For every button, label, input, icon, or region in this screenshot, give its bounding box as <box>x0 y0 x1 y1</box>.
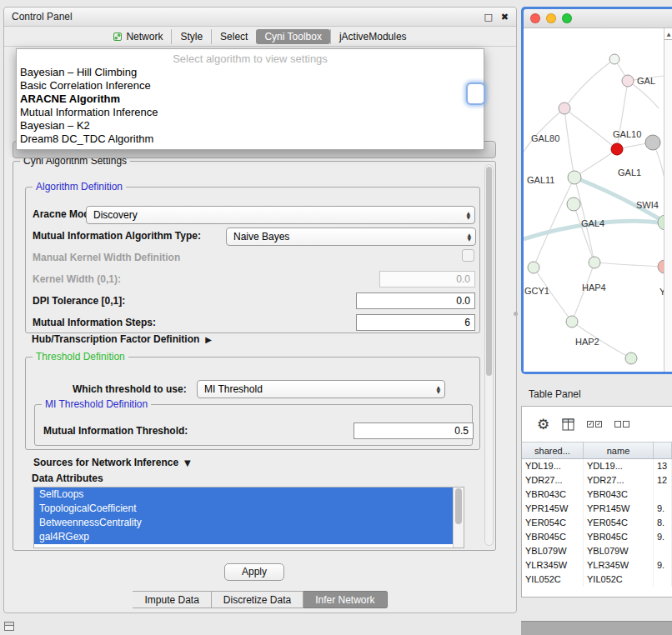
network-node[interactable] <box>625 352 637 364</box>
column-header-extra[interactable] <box>654 442 672 458</box>
kernel-width-field: 0.0 <box>379 271 475 288</box>
which-threshold-select[interactable]: MI Threshold ▲▼ <box>197 380 445 398</box>
network-edge[interactable] <box>534 178 574 268</box>
close-traffic-light[interactable] <box>530 13 540 23</box>
gear-icon[interactable]: ⚙ <box>537 416 549 432</box>
network-window-titlebar <box>524 9 672 28</box>
table-row[interactable]: YDR27... YDR27... 12 <box>522 473 672 488</box>
network-node[interactable] <box>609 54 619 64</box>
close-icon[interactable]: ✖ <box>501 12 509 22</box>
list-scrollbar[interactable] <box>453 488 464 548</box>
tab-label: Network <box>126 31 163 42</box>
aracne-mode-select[interactable]: Discovery ▲▼ <box>86 206 475 224</box>
select-all-icon[interactable]: ✓✓ <box>587 421 602 428</box>
hub-expander-label: Hub/Transcription Factor Definition <box>32 333 199 345</box>
network-edge[interactable] <box>564 108 617 149</box>
mi-threshold-group: MI Threshold Definition Mutual Informati… <box>34 404 473 446</box>
tab[interactable]: jActiveModules <box>330 29 415 44</box>
list-scrollbar-thumb[interactable] <box>455 488 462 524</box>
scroll-up-button[interactable]: ▲ <box>664 28 672 40</box>
network-scrollbar[interactable]: ▲ <box>664 28 672 372</box>
cell-shared-name: YPR145W <box>522 502 584 516</box>
mi-type-value: Naive Bayes <box>233 231 289 242</box>
tab-label: Cyni Toolbox <box>264 31 321 42</box>
algorithm-menu-item[interactable]: Bayesian – Hill Climbing <box>17 66 484 79</box>
algorithm-menu-item[interactable]: Mutual Information Inference <box>17 106 484 119</box>
table-row[interactable]: YBR045C YBR045C 9. <box>522 530 672 544</box>
cell-name: YDR27... <box>584 473 654 488</box>
deselect-all-icon[interactable] <box>614 421 629 428</box>
algorithm-menu-item[interactable]: ARACNE Algorithm <box>17 92 484 106</box>
network-node[interactable] <box>528 262 539 273</box>
attribute-item[interactable]: BetweennessCentrality <box>34 516 453 530</box>
dpi-tolerance-field[interactable]: 0.0 <box>356 292 475 309</box>
network-edge[interactable] <box>594 262 664 267</box>
mi-threshold-group-title: MI Threshold Definition <box>42 398 151 410</box>
cell-name: YER054C <box>584 516 654 530</box>
mi-threshold-field[interactable]: 0.5 <box>354 422 474 439</box>
tab[interactable]: Style <box>171 29 211 44</box>
table-row[interactable]: YDL19... YDL19... 13 <box>522 459 672 473</box>
table-row[interactable]: YLR345W YLR345W 9. <box>522 558 672 572</box>
sources-expander[interactable]: Sources for Network Inference ▼ <box>33 457 191 468</box>
algorithm-menu-item[interactable]: Basic Correlation Inference <box>17 79 484 92</box>
table-panel-title: Table Panel <box>529 388 581 400</box>
apply-button[interactable]: Apply <box>224 563 284 581</box>
zoom-traffic-light[interactable] <box>562 13 572 23</box>
column-selector-icon[interactable] <box>562 418 574 431</box>
network-node[interactable] <box>622 75 634 87</box>
network-node[interactable] <box>611 143 623 155</box>
panel-dock-icon[interactable] <box>4 622 14 631</box>
network-edge[interactable] <box>564 108 574 178</box>
attribute-item[interactable]: SelfLoops <box>34 488 453 502</box>
bottom-tab[interactable]: Impute Data <box>133 591 211 608</box>
mi-type-select[interactable]: Naive Bayes ▲▼ <box>226 228 476 246</box>
network-node[interactable] <box>568 171 581 184</box>
network-edge[interactable] <box>574 149 617 178</box>
tab[interactable]: Cyni Toolbox <box>256 29 329 44</box>
cell-name: YLR345W <box>584 558 654 572</box>
panel-resize-handle[interactable] <box>514 312 518 316</box>
network-edge[interactable] <box>564 59 614 108</box>
table-row[interactable]: YBL079W YBL079W <box>522 544 672 558</box>
float-window-icon[interactable]: □ <box>484 12 492 22</box>
bottom-tab[interactable]: Infer Network <box>303 591 387 608</box>
window-title: Control Panel <box>12 11 73 22</box>
tab[interactable]: Network <box>105 29 171 44</box>
network-edge[interactable] <box>524 108 564 152</box>
algorithm-menu-item[interactable]: Bayesian – K2 <box>17 119 484 132</box>
column-header-shared-name[interactable]: shared... <box>522 442 584 458</box>
cell-shared-name: YBR045C <box>522 530 584 544</box>
algorithm-menu-item[interactable]: Dream8 DC_TDC Algorithm <box>17 132 484 146</box>
bottom-tab[interactable]: Discretize Data <box>212 591 303 608</box>
settings-scrollbar[interactable] <box>484 164 494 546</box>
minimize-traffic-light[interactable] <box>546 13 556 23</box>
table-row[interactable]: YBR043C YBR043C <box>522 488 672 502</box>
hub-expander[interactable]: Hub/Transcription Factor Definition ▶ <box>32 333 212 345</box>
mi-steps-field[interactable]: 6 <box>356 314 475 331</box>
network-node[interactable] <box>589 257 600 268</box>
network-node-label: GAL10 <box>613 129 641 139</box>
network-node[interactable] <box>567 198 580 211</box>
table-row[interactable]: YER054C YER054C 8. <box>522 516 672 530</box>
table-row[interactable]: YIL052C YIL052C <box>522 572 672 587</box>
attribute-item[interactable]: TopologicalCoefficient <box>34 502 453 516</box>
network-graph[interactable]: GALGAL80GAL10GAL11GAL1SWI4GAL4GCY1HAP4HA… <box>524 28 664 372</box>
dpi-tolerance-label: DPI Tolerance [0,1]: <box>33 295 125 307</box>
attribute-item[interactable]: gal4RGexp <box>34 530 453 544</box>
network-canvas[interactable]: GALGAL80GAL10GAL11GAL1SWI4GAL4GCY1HAP4HA… <box>524 28 672 372</box>
network-edge[interactable] <box>574 204 594 262</box>
network-node-label: GAL4 <box>581 218 604 228</box>
table-row[interactable]: YPR145W YPR145W 9. <box>522 502 672 516</box>
tab-label: Select <box>220 31 248 42</box>
column-header-name[interactable]: name <box>584 442 654 458</box>
network-node[interactable] <box>658 260 664 273</box>
focused-field-fragment <box>466 82 485 105</box>
network-node-label: HAP4 <box>582 282 606 292</box>
tab[interactable]: Select <box>211 29 256 44</box>
settings-scrollbar-thumb[interactable] <box>486 167 492 376</box>
network-node[interactable] <box>559 102 570 114</box>
network-node[interactable] <box>566 316 578 328</box>
network-node-label: GCY1 <box>524 286 549 296</box>
network-node[interactable] <box>645 135 660 150</box>
